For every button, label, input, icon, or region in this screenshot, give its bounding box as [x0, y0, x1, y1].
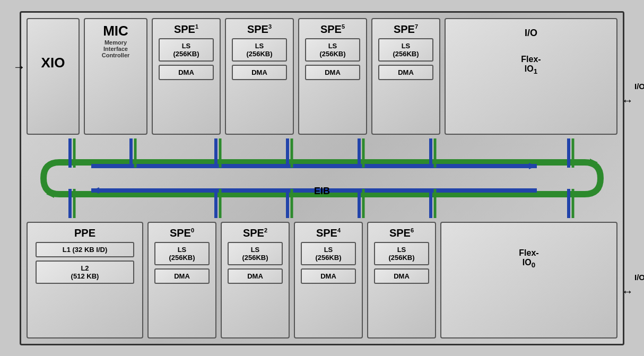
flexio0-block: Flex-IO0	[440, 222, 617, 338]
eib-label: EIB	[314, 186, 330, 196]
spe1-dma: DMA	[159, 65, 214, 80]
right-arrow-bottom: ↔	[622, 285, 633, 299]
right-arrow-top: ↔	[622, 94, 633, 108]
spe6-dma: DMA	[374, 268, 429, 284]
flexio0-label: Flex-IO0	[519, 248, 538, 269]
spe2-block: SPE2 LS(256KB) DMA	[221, 222, 290, 338]
spe6-ls: LS(256KB)	[374, 242, 429, 265]
bottom-row: PPE L1 (32 KB I/D) L2(512 KB) SPE0 LS(25…	[27, 222, 617, 338]
spe5-block: SPE5 LS(256KB) DMA	[298, 18, 367, 135]
spe0-ls: LS(256KB)	[154, 242, 210, 265]
spe7-dma: DMA	[378, 65, 433, 80]
spe5-ls: LS(256KB)	[305, 38, 360, 62]
right-label-io-bottom: I/O	[634, 273, 644, 282]
spe4-block: SPE4 LS(256KB) DMA	[294, 222, 363, 338]
spe1-title: SPE1	[174, 23, 198, 35]
left-arrow: →	[13, 59, 25, 74]
spe3-block: SPE3 LS(256KB) DMA	[225, 18, 294, 135]
spe7-block: SPE7 LS(256KB) DMA	[371, 18, 440, 135]
io-top-title: I/O	[525, 28, 537, 39]
spe7-ls: LS(256KB)	[378, 38, 433, 62]
ppe-title: PPE	[74, 227, 95, 239]
ppe-block: PPE L1 (32 KB I/D) L2(512 KB)	[27, 222, 143, 338]
right-label-io-top: I/O	[634, 82, 644, 91]
ppe-l1: L1 (32 KB I/D)	[36, 242, 134, 257]
top-row: XIO MIC MemoryInterfaceController SPE1 L…	[27, 18, 617, 135]
spe2-dma: DMA	[228, 268, 283, 284]
mic-title: MIC	[103, 23, 128, 39]
spe6-title: SPE6	[389, 227, 414, 239]
xio-block: XIO	[27, 18, 80, 135]
xio-title: XIO	[41, 55, 65, 71]
mic-subtitle: MemoryInterfaceController	[102, 39, 130, 58]
flexio1-block: I/O Flex-IO1	[445, 18, 617, 135]
diagram-container: XDRMem25.6GB/s → I/O ↔ Total76.8GB/s I/O…	[20, 11, 624, 345]
spe4-ls: LS(256KB)	[301, 242, 356, 265]
spe4-title: SPE4	[316, 227, 341, 239]
spe2-title: SPE2	[243, 227, 267, 239]
eib-section: EIB	[27, 135, 617, 222]
flexio1-label: Flex-IO1	[521, 55, 541, 75]
spe3-ls: LS(256KB)	[232, 38, 287, 62]
ppe-l2: L2(512 KB)	[36, 261, 134, 284]
mic-block: MIC MemoryInterfaceController	[84, 18, 147, 135]
spe7-title: SPE7	[394, 23, 418, 35]
eib-diagram: EIB	[27, 138, 617, 218]
spe0-block: SPE0 LS(256KB) DMA	[147, 222, 216, 338]
spe6-block: SPE6 LS(256KB) DMA	[367, 222, 436, 338]
spe0-title: SPE0	[170, 227, 194, 239]
spe5-title: SPE5	[320, 23, 345, 35]
spe3-title: SPE3	[247, 23, 272, 35]
spe3-dma: DMA	[232, 65, 287, 80]
spe1-ls: LS(256KB)	[159, 38, 214, 62]
spe5-dma: DMA	[305, 65, 360, 80]
spe4-dma: DMA	[301, 268, 356, 284]
spe2-ls: LS(256KB)	[228, 242, 283, 265]
spe0-dma: DMA	[154, 268, 210, 284]
spe1-block: SPE1 LS(256KB) DMA	[152, 18, 221, 135]
